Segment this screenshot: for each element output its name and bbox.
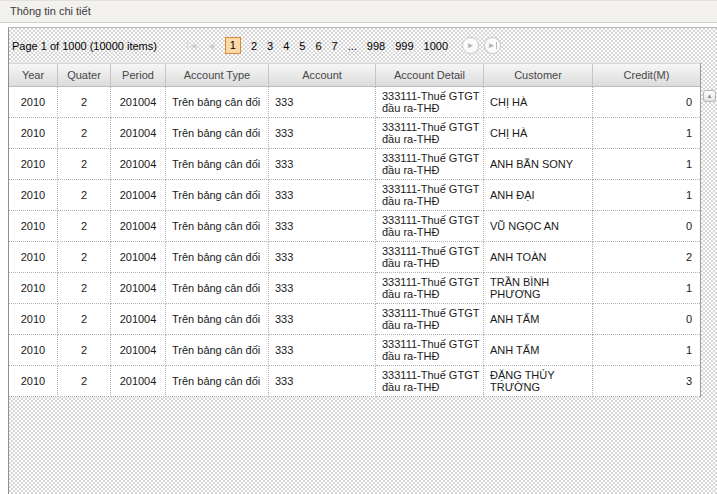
- cell-account-type: Trên bảng cân đối: [166, 273, 269, 304]
- cell-account: 333: [269, 366, 376, 397]
- cell-customer: ĐẶNG THỦY TRƯỜNG: [484, 366, 593, 397]
- cell-quater: 2: [58, 87, 111, 118]
- cell-quater: 2: [58, 180, 111, 211]
- cell-period: 201004: [111, 335, 166, 366]
- cell-quater: 2: [58, 149, 111, 180]
- cell-account-detail: 333111-Thuế GTGT đầu ra-THĐ: [376, 366, 484, 397]
- cell-customer: ANH ĐẠI: [484, 180, 593, 211]
- column-header-customer[interactable]: Customer: [484, 64, 593, 86]
- table-row: 20102201004Trên bảng cân đối333333111-Th…: [9, 273, 700, 304]
- up-arrow-icon: ▲: [707, 93, 713, 99]
- column-header-period[interactable]: Period: [111, 64, 166, 86]
- cell-credit: 0: [593, 211, 700, 242]
- pager-page-1[interactable]: 1: [225, 37, 241, 54]
- cell-quater: 2: [58, 118, 111, 149]
- last-page-bar-icon: [496, 42, 497, 49]
- cell-credit: 1: [593, 180, 700, 211]
- first-page-bar-icon: [187, 42, 188, 49]
- cell-customer: ANH TOÀN: [484, 242, 593, 273]
- prev-page-button: ◄: [207, 41, 216, 51]
- cell-account: 333: [269, 335, 376, 366]
- column-header-account-detail[interactable]: Account Detail: [376, 64, 484, 86]
- pager-page-3[interactable]: 3: [267, 40, 273, 52]
- cell-period: 201004: [111, 273, 166, 304]
- cell-customer: CHỊ HÀ: [484, 87, 593, 118]
- table-row: 20102201004Trên bảng cân đối333333111-Th…: [9, 87, 700, 118]
- pager-page-999[interactable]: 999: [395, 40, 413, 52]
- cell-account-detail: 333111-Thuế GTGT đầu ra-THĐ: [376, 149, 484, 180]
- cell-account-type: Trên bảng cân đối: [166, 87, 269, 118]
- table-row: 20102201004Trên bảng cân đối333333111-Th…: [9, 180, 700, 211]
- content-panel: Page 1 of 1000 (10000 items) ◄ ◄ 1234567…: [8, 27, 717, 494]
- column-header-credit-m[interactable]: Credit(M): [593, 64, 700, 86]
- dialog-title: Thông tin chi tiết: [10, 5, 91, 17]
- cell-account-type: Trên bảng cân đối: [166, 304, 269, 335]
- next-page-arrow-icon: ►: [467, 41, 475, 50]
- table-row: 20102201004Trên bảng cân đối333333111-Th…: [9, 366, 700, 397]
- cell-account-detail: 333111-Thuế GTGT đầu ra-THĐ: [376, 180, 484, 211]
- cell-credit: 1: [593, 335, 700, 366]
- pager-page-1000[interactable]: 1000: [424, 40, 448, 52]
- pager-page-4[interactable]: 4: [283, 40, 289, 52]
- cell-year: 2010: [9, 273, 58, 304]
- cell-credit: 2: [593, 242, 700, 273]
- cell-quater: 2: [58, 242, 111, 273]
- cell-quater: 2: [58, 211, 111, 242]
- last-page-button[interactable]: ►: [484, 37, 501, 54]
- pager: Page 1 of 1000 (10000 items) ◄ ◄ 1234567…: [9, 28, 717, 63]
- column-header-quater[interactable]: Quater: [58, 64, 111, 86]
- cell-account-type: Trên bảng cân đối: [166, 180, 269, 211]
- cell-period: 201004: [111, 211, 166, 242]
- cell-account: 333: [269, 180, 376, 211]
- cell-period: 201004: [111, 242, 166, 273]
- cell-account-detail: 333111-Thuế GTGT đầu ra-THĐ: [376, 87, 484, 118]
- cell-credit: 0: [593, 87, 700, 118]
- cell-account-type: Trên bảng cân đối: [166, 335, 269, 366]
- cell-credit: 1: [593, 118, 700, 149]
- cell-credit: 3: [593, 366, 700, 397]
- cell-account-type: Trên bảng cân đối: [166, 366, 269, 397]
- cell-year: 2010: [9, 335, 58, 366]
- table-row: 20102201004Trên bảng cân đối333333111-Th…: [9, 242, 700, 273]
- cell-account-detail: 333111-Thuế GTGT đầu ra-THĐ: [376, 242, 484, 273]
- scroll-up-button[interactable]: ▲: [703, 90, 716, 102]
- cell-customer: ANH TẤM: [484, 304, 593, 335]
- cell-account: 333: [269, 149, 376, 180]
- cell-account-detail: 333111-Thuế GTGT đầu ra-THĐ: [376, 118, 484, 149]
- cell-account-detail: 333111-Thuế GTGT đầu ra-THĐ: [376, 335, 484, 366]
- cell-credit: 1: [593, 149, 700, 180]
- cell-quater: 2: [58, 366, 111, 397]
- column-header-account-type[interactable]: Account Type: [166, 64, 269, 86]
- cell-account-detail: 333111-Thuế GTGT đầu ra-THĐ: [376, 273, 484, 304]
- next-page-button[interactable]: ►: [462, 37, 479, 54]
- pager-page-7[interactable]: 7: [332, 40, 338, 52]
- cell-account: 333: [269, 87, 376, 118]
- data-grid: YearQuaterPeriodAccount TypeAccountAccou…: [9, 63, 701, 397]
- cell-account-type: Trên bảng cân đối: [166, 118, 269, 149]
- cell-account-type: Trên bảng cân đối: [166, 149, 269, 180]
- cell-account: 333: [269, 273, 376, 304]
- cell-year: 2010: [9, 304, 58, 335]
- cell-period: 201004: [111, 87, 166, 118]
- cell-quater: 2: [58, 273, 111, 304]
- grid-body: 20102201004Trên bảng cân đối333333111-Th…: [9, 87, 700, 397]
- column-header-year[interactable]: Year: [9, 64, 58, 86]
- pager-page-2[interactable]: 2: [251, 40, 257, 52]
- cell-account-detail: 333111-Thuế GTGT đầu ra-THĐ: [376, 211, 484, 242]
- cell-period: 201004: [111, 180, 166, 211]
- column-header-account[interactable]: Account: [269, 64, 376, 86]
- pager-page-6[interactable]: 6: [315, 40, 321, 52]
- cell-period: 201004: [111, 304, 166, 335]
- cell-customer: CHỊ HÀ: [484, 118, 593, 149]
- cell-period: 201004: [111, 366, 166, 397]
- first-page-button: ◄: [187, 41, 198, 51]
- pager-page-5[interactable]: 5: [299, 40, 305, 52]
- cell-year: 2010: [9, 149, 58, 180]
- cell-year: 2010: [9, 87, 58, 118]
- table-row: 20102201004Trên bảng cân đối333333111-Th…: [9, 211, 700, 242]
- cell-year: 2010: [9, 118, 58, 149]
- pager-page-998[interactable]: 998: [367, 40, 385, 52]
- cell-account-type: Trên bảng cân đối: [166, 242, 269, 273]
- cell-customer: ANH TẤM: [484, 335, 593, 366]
- cell-account: 333: [269, 242, 376, 273]
